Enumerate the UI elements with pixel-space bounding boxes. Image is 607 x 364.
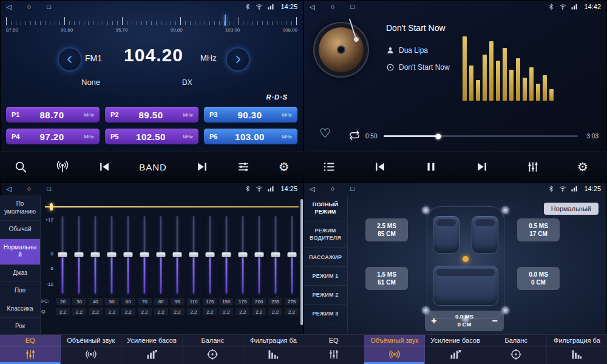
eq-band-slider[interactable] bbox=[234, 216, 251, 294]
next-track-button[interactable] bbox=[472, 160, 492, 174]
eq-band-slider[interactable] bbox=[71, 216, 87, 294]
broadcast-button[interactable] bbox=[52, 160, 73, 174]
eq-band-slider[interactable] bbox=[218, 216, 234, 294]
eq-preset-item[interactable]: Обычай bbox=[0, 221, 40, 239]
eq-band-slider[interactable] bbox=[169, 216, 186, 294]
surround-mode-item[interactable]: РЕЖИМ 3 bbox=[304, 305, 347, 323]
preset-button-p2[interactable]: P289.50MHz bbox=[105, 107, 198, 123]
eq-slider-knob[interactable] bbox=[238, 252, 247, 257]
eq-preset-item[interactable]: Нормальный bbox=[0, 239, 40, 265]
eq-band-slider[interactable] bbox=[202, 216, 218, 294]
listening-position-dot[interactable] bbox=[463, 256, 469, 262]
recents-icon[interactable]: □ bbox=[350, 4, 354, 10]
delay-front-right[interactable]: 0.5 MS 17 CM bbox=[517, 218, 560, 241]
home-icon[interactable]: ○ bbox=[27, 4, 31, 10]
eq-band-column[interactable]: 1102.2 bbox=[186, 216, 202, 316]
scrollbar[interactable] bbox=[300, 199, 303, 325]
eq-slider-knob[interactable] bbox=[107, 252, 117, 257]
back-icon[interactable]: ◁ bbox=[310, 4, 314, 10]
tab-balance[interactable]: Баланс bbox=[486, 335, 547, 364]
back-icon[interactable]: ◁ bbox=[6, 186, 11, 192]
repeat-button[interactable] bbox=[348, 129, 361, 141]
master-level-slider[interactable] bbox=[45, 206, 299, 207]
eq-band-column[interactable]: 2352.2 bbox=[267, 216, 283, 316]
surround-mode-item[interactable]: РЕЖИМ ВОДИТЕЛЯ bbox=[304, 221, 347, 248]
tab-eq[interactable]: EQ bbox=[304, 335, 364, 364]
eq-band-slider[interactable] bbox=[104, 216, 120, 294]
preset-button-p6[interactable]: P6103.00MHz bbox=[204, 129, 297, 144]
tab-filter[interactable]: Фильтрация ба bbox=[243, 335, 304, 364]
surround-mode-item[interactable]: РЕЖИМ 2 bbox=[304, 286, 347, 305]
tab-balance[interactable]: Баланс bbox=[183, 335, 243, 364]
eq-band-column[interactable]: 2002.2 bbox=[251, 216, 267, 316]
eq-band-column[interactable]: 502.2 bbox=[104, 216, 120, 316]
recents-icon[interactable]: □ bbox=[47, 4, 51, 10]
eq-band-slider[interactable] bbox=[186, 216, 202, 294]
preset-button-p3[interactable]: P390.30MHz bbox=[204, 107, 297, 123]
eq-preset-item[interactable]: Рок bbox=[0, 318, 40, 335]
surround-mode-item[interactable]: ПАССАЖИР bbox=[304, 248, 347, 267]
preset-button-p1[interactable]: P188.70MHz bbox=[6, 107, 100, 123]
eq-slider-knob[interactable] bbox=[271, 252, 280, 257]
eq-band-slider[interactable] bbox=[120, 216, 137, 294]
eq-slider-knob[interactable] bbox=[189, 252, 198, 257]
scan-search-button[interactable] bbox=[10, 160, 31, 174]
eq-band-column[interactable]: 302.2 bbox=[71, 216, 87, 316]
playlist-button[interactable] bbox=[319, 160, 339, 174]
favorite-button[interactable]: ♡ bbox=[319, 126, 331, 141]
eq-slider-knob[interactable] bbox=[254, 252, 263, 257]
eq-band-slider[interactable] bbox=[267, 216, 283, 294]
eq-band-column[interactable]: 1752.2 bbox=[234, 216, 251, 316]
eq-band-slider[interactable] bbox=[87, 216, 104, 294]
frequency-ruler[interactable]: 87.5091.6095.7099.80103.90108.00 bbox=[6, 16, 297, 36]
eq-band-column[interactable]: 202.2 bbox=[55, 216, 71, 316]
eq-band-column[interactable]: 602.2 bbox=[120, 216, 137, 316]
home-icon[interactable]: ○ bbox=[27, 186, 31, 192]
tab-eq[interactable]: EQ bbox=[0, 335, 61, 364]
band-button[interactable]: BAND bbox=[135, 161, 171, 173]
eq-slider-knob[interactable] bbox=[58, 252, 67, 257]
eq-slider-knob[interactable] bbox=[75, 252, 84, 257]
sound-profile-button[interactable]: Нормальный bbox=[544, 203, 599, 215]
delay-rear-right[interactable]: 0.0 MS 0 CM bbox=[517, 267, 560, 290]
eq-slider-knob[interactable] bbox=[91, 252, 100, 257]
eq-slider-knob[interactable] bbox=[124, 252, 133, 257]
eq-slider-knob[interactable] bbox=[222, 252, 231, 257]
eq-band-column[interactable]: 1502.2 bbox=[218, 216, 234, 316]
seek-bar-knob[interactable] bbox=[435, 133, 441, 139]
pause-button[interactable] bbox=[421, 160, 441, 174]
eq-band-column[interactable]: 1252.2 bbox=[202, 216, 218, 316]
preset-button-p5[interactable]: P5102.50MHz bbox=[105, 129, 198, 144]
seek-down-button[interactable] bbox=[58, 47, 82, 72]
tab-surround[interactable]: Объёмный звук bbox=[364, 335, 425, 364]
recents-icon[interactable]: □ bbox=[350, 186, 354, 192]
delay-increase-button[interactable]: + bbox=[425, 315, 443, 327]
eq-band-column[interactable]: 2752.2 bbox=[283, 216, 300, 316]
eq-band-slider[interactable] bbox=[283, 216, 300, 294]
eq-slider-knob[interactable] bbox=[205, 252, 214, 257]
settings-button[interactable]: ⚙ bbox=[574, 160, 592, 174]
eq-slider-knob[interactable] bbox=[287, 252, 296, 257]
seek-bar[interactable] bbox=[384, 135, 578, 137]
tab-surround[interactable]: Объёмный звук bbox=[61, 335, 121, 364]
speaker-front-left-icon[interactable] bbox=[422, 206, 430, 214]
previous-track-button[interactable] bbox=[370, 160, 390, 174]
eq-slider-knob[interactable] bbox=[173, 252, 182, 257]
delay-rear-left[interactable]: 1.5 MS 51 CM bbox=[365, 267, 408, 290]
eq-band-column[interactable]: 702.2 bbox=[137, 216, 153, 316]
eq-slider-knob[interactable] bbox=[157, 252, 166, 257]
recents-icon[interactable]: □ bbox=[47, 186, 51, 192]
previous-station-button[interactable] bbox=[94, 160, 115, 174]
tab-filter[interactable]: Фильтрация ба bbox=[547, 335, 607, 364]
mixer-button[interactable] bbox=[523, 160, 543, 174]
surround-mode-item[interactable]: ПОЛНЫЙ РЕЖИМ bbox=[304, 195, 347, 221]
surround-mode-item[interactable]: РЕЖИМ 1 bbox=[304, 267, 347, 286]
eq-slider-knob[interactable] bbox=[140, 252, 149, 257]
master-level-knob[interactable] bbox=[50, 203, 53, 211]
eq-band-column[interactable]: 402.2 bbox=[87, 216, 104, 316]
home-icon[interactable]: ○ bbox=[330, 4, 334, 10]
back-icon[interactable]: ◁ bbox=[6, 4, 11, 10]
back-icon[interactable]: ◁ bbox=[310, 186, 314, 192]
eq-preset-item[interactable]: По умолчанию bbox=[0, 195, 40, 221]
tab-bass-boost[interactable]: Усиление басов bbox=[425, 335, 486, 364]
